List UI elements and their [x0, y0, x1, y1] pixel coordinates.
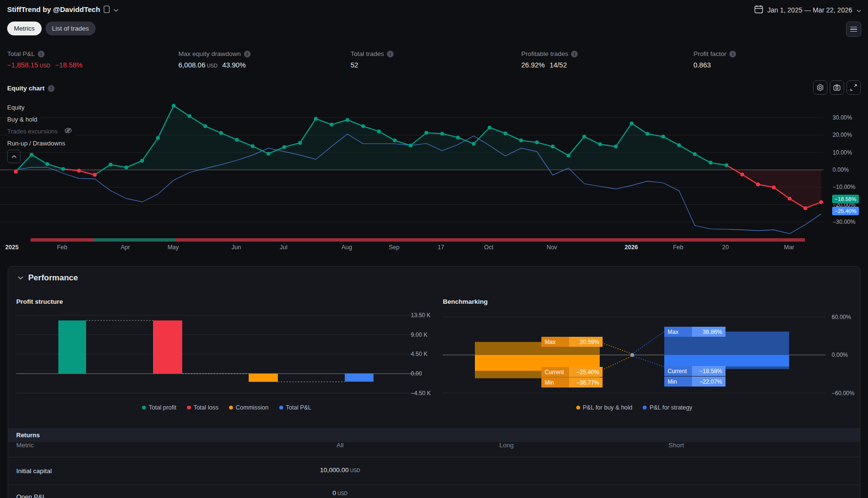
table-divider: [8, 457, 860, 457]
equity-point: [393, 139, 396, 143]
legend-label: P&L for buy & hold: [583, 404, 633, 411]
equity-point: [551, 144, 555, 148]
equity-point: [235, 138, 239, 142]
badge-value: 36.86%: [692, 327, 725, 337]
badge-label: Current: [664, 366, 692, 376]
legend-dot: [279, 406, 283, 409]
metric-card-max-drawdown: Max equity drawdowni 6,008.06USD43.90%: [178, 50, 251, 69]
performance-section-toggle[interactable]: Performance: [18, 273, 78, 283]
equity-point: [298, 141, 302, 145]
y-tick-label: 20.00%: [833, 132, 852, 138]
x-tick-label: 2026: [625, 244, 638, 251]
legend-dot: [142, 406, 146, 409]
info-icon[interactable]: i: [244, 51, 251, 57]
chevron-down-icon: [113, 5, 119, 13]
returns-section-header: Returns: [8, 428, 860, 442]
benchmarking-chart[interactable]: [443, 307, 833, 403]
legend-label: Total profit: [149, 404, 176, 411]
metric-currency: USD: [207, 63, 217, 68]
legend-item-buy-and-hold[interactable]: Buy & hold: [7, 115, 40, 124]
benchmarking-legend: P&L for buy & holdP&L for strategy: [443, 404, 825, 411]
metric-card-profit-factor: Profit factori 0.863: [693, 50, 736, 69]
badge-value: −25.40%: [569, 367, 603, 377]
runup-drawdown-strip-drawdown: [31, 238, 94, 242]
projection-line: [600, 356, 632, 371]
equity-point: [488, 126, 492, 130]
legend-item-runup-drawdowns[interactable]: Run-up / Drawdowns: [7, 139, 68, 148]
equity-point: [203, 124, 207, 128]
legend-dot: [643, 406, 647, 409]
collapse-legend-button[interactable]: [7, 150, 21, 163]
row-initial-capital-label: Initial capital: [16, 467, 52, 475]
center-dot: [630, 353, 634, 357]
metric-secondary: 43.90%: [222, 61, 246, 69]
layout-menu-button[interactable]: [846, 22, 861, 37]
equity-point: [251, 144, 254, 148]
buyhold-min-badge: Min −36.77%: [541, 377, 603, 387]
metric-secondary: 14/52: [549, 61, 567, 69]
equity-point: [156, 136, 160, 140]
equity-point: [519, 139, 523, 143]
chart-settings-button[interactable]: [813, 80, 827, 95]
column-header-all: All: [336, 442, 343, 449]
badge-value: −18.58%: [692, 366, 725, 376]
help-icon[interactable]: ?: [48, 85, 55, 92]
info-icon[interactable]: i: [387, 51, 394, 57]
row-open-pl-label: Open P&L: [16, 493, 46, 498]
x-tick-label: Mar: [784, 244, 794, 251]
performance-panel: Performance Profit structure 13.50 K9.00…: [8, 266, 860, 498]
y-tick-label: 0.00%: [832, 352, 848, 358]
metric-value: 6,008.06: [178, 61, 205, 69]
equity-point: [14, 170, 18, 174]
equity-point: [93, 173, 97, 177]
info-icon[interactable]: i: [729, 51, 736, 57]
report-tabs: Metrics List of trades: [7, 22, 96, 35]
equity-point: [803, 206, 807, 210]
x-tick-label: Oct: [484, 244, 493, 251]
y-tick-label: −10.00%: [833, 184, 856, 190]
y-tick-label: −30.00%: [833, 219, 856, 225]
buyhold-max-badge: Max 20.59%: [541, 337, 603, 347]
x-tick-label: 2025: [5, 244, 19, 251]
y-tick-label: 13.50 K: [411, 312, 430, 319]
date-range-picker[interactable]: Jan 1, 2025 — Mar 22, 2026: [754, 5, 861, 15]
column-header-metric: Metric: [16, 442, 34, 449]
info-icon[interactable]: i: [571, 51, 578, 57]
equity-chart-title: Equity chart: [7, 85, 44, 92]
equity-point: [61, 167, 65, 171]
legend-item-equity[interactable]: Equity: [7, 103, 27, 112]
equity-point: [630, 122, 634, 125]
date-range-text: Jan 1, 2025 — Mar 22, 2026: [768, 6, 852, 14]
legend-item: P&L for strategy: [643, 404, 692, 411]
metric-secondary: −18.58%: [55, 61, 83, 69]
strategy-title-group[interactable]: StiffTrend by @DaviddTech: [7, 5, 119, 13]
equity-point: [45, 162, 49, 166]
profit-structure-chart[interactable]: [16, 307, 437, 403]
equity-point: [646, 132, 649, 136]
tab-metrics[interactable]: Metrics: [7, 22, 42, 35]
chevron-down-icon: [857, 6, 861, 14]
equity-point: [567, 154, 571, 157]
equity-chart-canvas[interactable]: [0, 77, 868, 258]
legend-item: Total profit: [142, 404, 176, 411]
equity-point: [788, 197, 791, 200]
screenshot-camera-button[interactable]: [830, 80, 844, 95]
badge-value: −36.77%: [569, 377, 603, 387]
equity-point: [725, 163, 728, 167]
tab-list-of-trades[interactable]: List of trades: [45, 22, 96, 35]
legend-label: Commission: [236, 404, 269, 411]
metric-value: −1,858.15: [7, 61, 38, 69]
equity-point: [661, 135, 665, 139]
legend-label: Total P&L: [286, 404, 312, 411]
equity-point: [77, 169, 81, 173]
eye-off-icon[interactable]: [64, 128, 72, 135]
metric-label: Total trades: [351, 50, 384, 57]
legend-label: P&L for strategy: [649, 404, 692, 411]
legend-item-trades-excursions[interactable]: Trades excursions: [7, 127, 75, 136]
calendar-icon: [754, 5, 763, 15]
legend-label: Trades excursions: [7, 128, 58, 135]
equity-point: [219, 131, 223, 135]
info-icon[interactable]: i: [38, 51, 44, 57]
equity-point: [598, 143, 602, 146]
fullscreen-expand-button[interactable]: [846, 80, 861, 95]
